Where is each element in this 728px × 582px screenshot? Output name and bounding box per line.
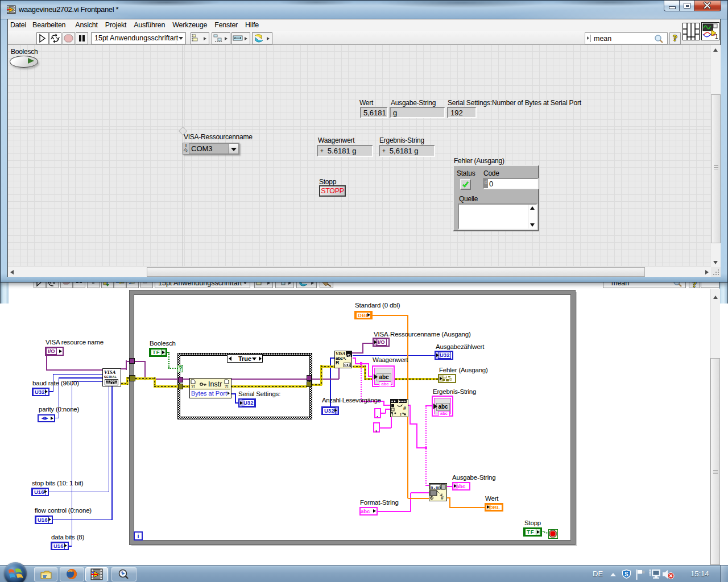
svg-text:1: 1 — [715, 34, 718, 40]
svg-text:?!: ?! — [225, 384, 229, 388]
svg-text:?!: ?! — [191, 384, 195, 388]
svg-text:n.nn: n.nn — [431, 485, 441, 490]
svg-text:#: # — [403, 405, 406, 411]
svg-text:!: ! — [392, 413, 393, 417]
svg-text:!: ! — [400, 413, 402, 417]
svg-text:S: S — [624, 571, 628, 577]
svg-text:#: # — [441, 495, 444, 500]
